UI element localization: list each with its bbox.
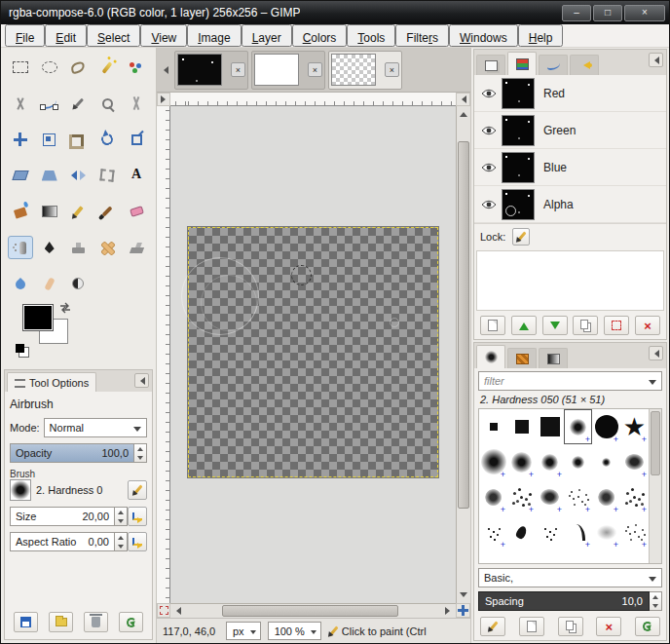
tool-paths[interactable] xyxy=(37,92,62,115)
tool-color-picker[interactable] xyxy=(65,92,91,115)
delete-options-button[interactable] xyxy=(84,612,108,632)
tool-crop[interactable] xyxy=(65,128,91,151)
brush-filter-input[interactable]: filter xyxy=(478,371,662,391)
close-tab-button[interactable]: × xyxy=(385,62,399,77)
brush-item[interactable]: + xyxy=(592,479,620,514)
image-canvas[interactable] xyxy=(188,227,438,477)
swap-colors-icon[interactable] xyxy=(58,302,72,316)
tool-move[interactable] xyxy=(8,128,33,151)
opacity-slider[interactable]: Opacity 100,0 xyxy=(10,443,134,463)
channel-red[interactable]: Red xyxy=(474,75,666,112)
new-brush-button[interactable] xyxy=(519,617,544,636)
brush-item[interactable]: + xyxy=(507,514,536,549)
minimize-button[interactable]: – xyxy=(562,5,591,21)
aspect-stepper[interactable] xyxy=(115,532,128,551)
arrow-down-icon[interactable] xyxy=(115,516,127,525)
image-tab-3[interactable]: × xyxy=(328,51,402,90)
quick-mask-button[interactable] xyxy=(157,603,170,618)
restore-options-button[interactable] xyxy=(49,612,73,632)
reset-aspect-button[interactable] xyxy=(128,532,147,551)
menu-help[interactable]: Help xyxy=(518,24,564,47)
image-tab-1[interactable]: × xyxy=(174,51,248,90)
brush-item[interactable]: + xyxy=(536,514,564,549)
edit-brush-button[interactable] xyxy=(128,480,147,500)
tool-flip[interactable] xyxy=(65,164,91,187)
brush-item[interactable]: + xyxy=(592,409,620,444)
brush-thumbnail[interactable] xyxy=(10,479,31,501)
menu-select[interactable]: Select xyxy=(87,24,140,47)
delete-brush-button[interactable] xyxy=(596,617,621,636)
duplicate-brush-button[interactable] xyxy=(558,617,583,636)
brush-item[interactable]: + xyxy=(536,409,564,444)
close-tab-button[interactable]: × xyxy=(231,62,245,77)
channel-green[interactable]: Green xyxy=(474,112,666,149)
size-stepper[interactable] xyxy=(115,507,128,526)
collapse-tool-options-button[interactable] xyxy=(134,373,149,388)
zoom-select[interactable]: 100 % xyxy=(268,622,321,640)
menu-tools[interactable]: Tools xyxy=(347,24,395,47)
vertical-ruler[interactable] xyxy=(157,106,170,603)
tool-ellipse-select[interactable] xyxy=(37,56,62,79)
brush-item[interactable]: + xyxy=(479,444,507,479)
edit-brush-button[interactable] xyxy=(480,617,505,636)
brush-item[interactable]: + xyxy=(620,444,649,479)
brush-item[interactable]: + xyxy=(479,479,507,514)
brush-item[interactable]: + xyxy=(507,479,536,514)
scroll-right-icon[interactable] xyxy=(445,607,454,615)
tool-airbrush[interactable] xyxy=(8,236,33,259)
maximize-button[interactable]: □ xyxy=(593,5,622,21)
brush-item[interactable]: + xyxy=(479,514,507,549)
tool-scissors-select[interactable] xyxy=(8,92,33,115)
lock-pixels-toggle[interactable] xyxy=(512,228,530,246)
brush-item[interactable]: + xyxy=(620,409,649,444)
vertical-scroll-thumb[interactable] xyxy=(458,141,469,509)
brush-item[interactable]: + xyxy=(620,479,649,514)
unit-select[interactable]: px xyxy=(226,622,261,640)
close-tab-button[interactable]: × xyxy=(308,62,322,77)
brush-item[interactable]: + xyxy=(479,409,507,444)
arrow-down-icon[interactable] xyxy=(650,601,661,610)
lower-channel-button[interactable] xyxy=(542,316,568,335)
opacity-stepper[interactable] xyxy=(134,443,147,463)
arrow-down-icon[interactable] xyxy=(115,542,127,550)
aspect-ratio-slider[interactable]: Aspect Ratio 0,00 xyxy=(10,532,115,551)
spacing-slider[interactable]: Spacing 10,0 xyxy=(478,591,650,611)
duplicate-channel-button[interactable] xyxy=(573,316,598,335)
channel-to-selection-button[interactable] xyxy=(604,316,629,335)
menu-layer[interactable]: Layer xyxy=(242,24,292,47)
tool-shear[interactable] xyxy=(8,164,33,187)
brush-item[interactable]: + xyxy=(536,479,564,514)
tab-channels[interactable] xyxy=(507,52,537,75)
title-bar[interactable]: rgba-compose-6.0 (RGB color, 1 layer) 25… xyxy=(1,1,669,24)
arrow-up-icon[interactable] xyxy=(134,444,146,453)
brush-item[interactable]: + xyxy=(507,444,536,479)
vertical-scrollbar[interactable] xyxy=(456,106,470,603)
default-colors-icon[interactable] xyxy=(16,344,24,353)
tool-pencil[interactable] xyxy=(65,200,91,223)
scroll-up-icon[interactable] xyxy=(460,108,467,117)
navigation-button[interactable] xyxy=(456,603,470,618)
refresh-brushes-button[interactable] xyxy=(635,617,660,636)
size-slider[interactable]: Size 20,00 xyxy=(10,507,115,526)
brush-item[interactable]: + xyxy=(564,444,592,479)
brush-item[interactable]: + xyxy=(536,444,564,479)
menu-windows[interactable]: Windows xyxy=(449,24,518,47)
arrow-up-icon[interactable] xyxy=(115,533,127,542)
tool-measure[interactable] xyxy=(124,92,149,115)
new-channel-button[interactable] xyxy=(480,316,505,335)
spacing-stepper[interactable] xyxy=(650,591,662,611)
collapse-dock-button[interactable] xyxy=(649,346,663,360)
tool-rotate[interactable] xyxy=(94,128,120,151)
tool-ink[interactable] xyxy=(37,236,62,259)
menu-image[interactable]: Image xyxy=(187,24,241,47)
tool-align[interactable] xyxy=(37,128,62,151)
tab-tool-options[interactable]: Tool Options xyxy=(7,372,96,392)
arrow-up-icon[interactable] xyxy=(115,508,127,516)
brush-grid-scrollbar[interactable] xyxy=(649,409,661,563)
tool-clone[interactable] xyxy=(65,236,91,259)
brush-item[interactable]: + xyxy=(592,444,620,479)
brush-item[interactable]: + xyxy=(564,409,592,444)
menu-file[interactable]: File xyxy=(5,24,45,47)
reset-size-button[interactable] xyxy=(128,507,147,526)
brush-tag-select[interactable]: Basic, xyxy=(478,568,662,587)
